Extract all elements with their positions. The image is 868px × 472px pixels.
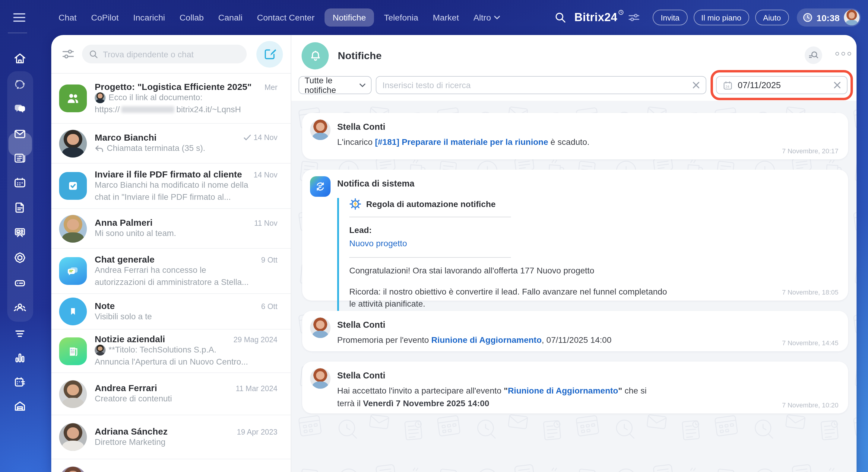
nav-chat[interactable]: Chat [59,13,76,22]
chat-time: 19 Apr 2023 [237,427,277,436]
worktime-widget[interactable]: 10:38 [797,8,861,27]
nav-incarichi[interactable]: Incarichi [133,13,165,22]
chat-time: 11 Nov [254,219,277,228]
chat-preview: **Titolo: TechSolutions S.p.A. [108,344,216,356]
sidebar-item-reports[interactable] [13,351,27,365]
nav-market[interactable]: Market [433,13,459,22]
notification-card-task[interactable]: Stella Conti L'incarico [#181] Preparare… [302,113,848,159]
list-item-anna[interactable]: Anna Palmeri11 Nov Mi sono unito al team… [51,208,291,248]
sidebar-item-home[interactable] [13,51,27,66]
chat-time: 14 Nov [254,171,277,179]
compose-button[interactable] [256,41,283,67]
task-chat-icon [59,172,87,200]
notification-search-input[interactable] [382,80,692,90]
notification-search[interactable] [376,76,706,94]
list-item-andrea[interactable]: Andrea Ferrari11 Mar 2024 Creatore di co… [51,373,291,415]
list-item-marco[interactable]: Marco Bianchi14 Nov Chiamata terminata (… [51,123,291,163]
nav-altro[interactable]: Altro [473,13,500,22]
more-menu-icon[interactable] [835,52,851,56]
chat-preview: Creatore di contenuti [95,393,172,405]
event-link[interactable]: Riunione di Aggiornamento [431,335,542,345]
sidebar-item-copilot[interactable] [13,77,27,92]
my-plan-button[interactable]: Il mio piano [693,10,749,25]
chat-list-header [51,35,291,73]
task-link[interactable]: [#181] Preparare il materiale per la riu… [375,137,548,147]
event-link[interactable]: Riunione di Aggiornamento [508,386,618,395]
list-item-inviare-pdf[interactable]: Inviare il file PDF firmato al cliente14… [51,163,291,208]
chat-preview: Ecco il link al documento: [108,91,203,104]
sidebar-item-tasks[interactable] [13,375,27,389]
avatar [59,214,87,242]
invite-button[interactable]: Invita [653,10,687,25]
sidebar-item-mail[interactable] [13,127,27,141]
nav-notifiche[interactable]: Notifiche [325,8,374,27]
nav-telefonia[interactable]: Telefonia [384,13,418,22]
list-item-francesca[interactable]: Francesca Lombardi9 Nov 2022 [51,459,291,472]
nav-contact-center[interactable]: Contact Center [257,13,315,22]
chat-title: Chat generale [95,254,154,264]
notification-time: 7 Novembre, 20:17 [782,147,838,154]
avatar [95,92,105,103]
sidebar-item-funnel[interactable] [13,327,27,341]
calendar-icon: 24 [723,80,733,90]
search-notifications-button[interactable] [805,47,822,64]
notification-card-system[interactable]: Notifica di sistema Regola di automazion… [302,170,848,301]
search-icon[interactable] [555,12,566,23]
nav-copilot[interactable]: CoPilot [91,13,119,22]
list-item-chat-generale[interactable]: Chat generale9 Ott Andrea Ferrari ha con… [51,248,291,293]
lead-link[interactable]: Nuovo progetto [349,236,838,250]
notification-date-filter[interactable]: 24 07/11/2025 [716,76,847,94]
menu-icon[interactable] [13,13,25,22]
group-chat-icon [59,85,87,112]
sidebar-item-people[interactable] [13,300,27,315]
filter-icon[interactable] [62,48,75,61]
sidebar-item-feed[interactable] [13,151,27,166]
sidebar-item-documents[interactable] [13,200,27,215]
brand-logo[interactable]: Bitrix24 [574,11,624,24]
notification-type-select[interactable]: Tutte le notifiche [299,76,372,94]
automation-quote: Regola di automazione notifiche Lead: Nu… [337,198,838,312]
help-button[interactable]: Aiuto [755,10,789,25]
main-panel: Progetto: "Logistica Efficiente 2025"Mer… [51,35,857,472]
sliders-icon[interactable] [629,13,640,22]
sidebar-item-chat[interactable] [13,102,27,117]
chat-search[interactable] [82,45,247,63]
chat-time: 9 Ott [261,256,277,264]
sidebar-item-crm[interactable] [13,250,27,265]
notification-sender: Notifica di sistema [337,177,838,189]
nav-collab[interactable]: Collab [180,13,204,22]
lead-label: Lead: [349,224,838,236]
avatar[interactable] [844,10,860,25]
notification-card-invite[interactable]: Stella Conti Hai accettato l'invito a pa… [302,361,848,413]
chat-time: 29 Mag 2024 [234,335,277,344]
chat-preview: Direttore Marketing [95,436,165,448]
chevron-down-icon [360,83,366,87]
notification-cards: Stella Conti L'incarico [#181] Preparare… [291,101,857,413]
notification-card-reminder[interactable]: Stella Conti Promemoria per l'evento Riu… [302,311,848,351]
list-item-progetto[interactable]: Progetto: "Logistica Efficiente 2025"Mer… [51,73,291,123]
list-item-notizie[interactable]: Notizie aziendali29 Mag 2024 **Titolo: T… [51,329,291,373]
page-title: Notifiche [338,50,381,62]
avatar [310,368,331,389]
sidebar-item-market[interactable] [13,399,27,413]
notifications-panel: Notifiche Tutte le notifiche 24 07/11/20… [291,35,857,472]
sidebar-item-video[interactable] [13,225,27,240]
list-item-adriana[interactable]: Adriana Sánchez19 Apr 2023 Direttore Mar… [51,415,291,459]
notification-text: L'incarico [#181] Preparare il materiale… [337,136,838,148]
chat-list-panel: Progetto: "Logistica Efficiente 2025"Mer… [51,35,291,472]
check-icon [244,135,251,141]
notification-text: Congratulazioni! Ora stai lavorando all'… [349,264,838,276]
chat-preview: Mi sono unito al team. [95,228,176,240]
clock-badge-icon [619,10,624,15]
chat-search-input[interactable] [103,49,240,59]
time-value: 10:38 [816,12,840,23]
nav-canali[interactable]: Canali [218,13,243,22]
sidebar-item-drive[interactable] [13,276,27,290]
chat-title: Adriana Sánchez [95,426,168,436]
main-nav: Chat CoPilot Incarichi Collab Canali Con… [59,8,500,27]
list-item-note[interactable]: Note6 Ott Visibili solo a te [51,293,291,329]
chat-time: 11 Mar 2024 [236,384,277,393]
notification-text: Hai accettato l'invito a partecipare all… [337,384,838,410]
sidebar-item-calendar[interactable] [13,176,27,190]
automation-rule-icon [349,198,361,210]
